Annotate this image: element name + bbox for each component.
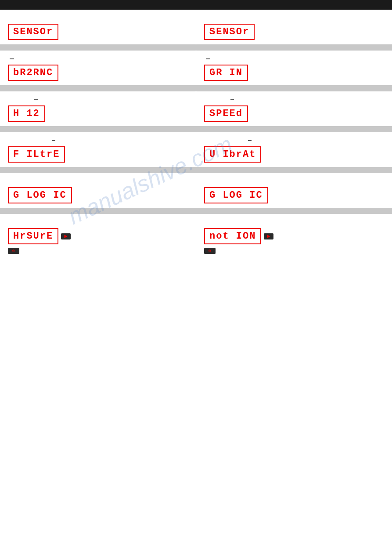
col-speed: SPEEd	[196, 91, 392, 126]
lcd-sensor-right[interactable]: SENSOr	[204, 24, 255, 40]
lcd-filter[interactable]: F ILtrE	[8, 146, 65, 163]
row-h12-speed: H 12 SPEEd	[0, 91, 392, 126]
col-glogic-right-label	[204, 178, 384, 185]
lcd-balance[interactable]: bR2RNC	[8, 65, 58, 81]
row-balance-gain: bR2RNC GR IN	[0, 51, 392, 85]
notion-icon-row: not ION	[204, 228, 384, 244]
page-content: SENSOr SENSOr bR2RNC GR IN H 12	[0, 10, 392, 259]
separator-1	[0, 44, 392, 51]
measure-icon-row: HrSUrE	[8, 228, 188, 244]
h12-dash	[34, 99, 38, 100]
col-sensor-left-label	[8, 15, 188, 21]
separator-3	[0, 126, 392, 132]
col-glogic-left: G LOG IC	[0, 173, 196, 208]
measure-triangle-icon[interactable]	[61, 233, 71, 239]
lcd-measure[interactable]: HrSUrE	[8, 228, 58, 244]
col-measure: HrSUrE	[0, 214, 196, 259]
col-sensor-right: SENSOr	[196, 10, 392, 44]
col-glogic-right: G LOG IC	[196, 173, 392, 208]
row-filter-vibrate: F ILtrE U IbrAt	[0, 132, 392, 167]
col-speed-label	[204, 97, 384, 103]
top-bar	[0, 0, 392, 10]
col-vibrate-label	[204, 138, 384, 144]
lcd-vibrate[interactable]: U IbrAt	[204, 146, 261, 163]
col-notion-label	[204, 219, 384, 225]
lcd-notion[interactable]: not ION	[204, 228, 261, 244]
col-glogic-left-label	[8, 178, 188, 185]
col-h12-label	[8, 97, 188, 103]
separator-5	[0, 208, 392, 214]
lcd-gain[interactable]: GR IN	[204, 65, 248, 81]
col-filter-label	[8, 138, 188, 144]
balance-dash	[10, 58, 14, 59]
filter-dash	[52, 140, 55, 141]
col-sensor-left: SENSOr	[0, 10, 196, 44]
measure-gear-icon[interactable]	[8, 248, 19, 254]
separator-4	[0, 167, 392, 173]
lcd-h12[interactable]: H 12	[8, 105, 45, 122]
col-vibrate: U IbrAt	[196, 132, 392, 167]
col-notion: not ION	[196, 214, 392, 259]
col-gain-label	[204, 56, 384, 62]
lcd-speed[interactable]: SPEEd	[204, 105, 248, 122]
notion-triangle-icon[interactable]	[264, 233, 273, 239]
row-glogic: G LOG IC G LOG IC	[0, 173, 392, 208]
lcd-glogic-left[interactable]: G LOG IC	[8, 187, 72, 203]
col-h12: H 12	[0, 91, 196, 126]
col-balance: bR2RNC	[0, 51, 196, 85]
row-measure-notion: HrSUrE not ION	[0, 214, 392, 259]
col-balance-label	[8, 56, 188, 62]
lcd-sensor-left[interactable]: SENSOr	[8, 24, 58, 40]
row-sensor: SENSOr SENSOr	[0, 10, 392, 44]
notion-gear-icon[interactable]	[204, 248, 216, 254]
col-sensor-right-label	[204, 15, 384, 21]
separator-2	[0, 85, 392, 91]
gain-dash	[206, 58, 210, 59]
col-gain: GR IN	[196, 51, 392, 85]
vibrate-dash	[248, 140, 252, 141]
col-filter: F ILtrE	[0, 132, 196, 167]
lcd-glogic-right[interactable]: G LOG IC	[204, 187, 268, 203]
speed-dash	[230, 99, 234, 100]
col-measure-label	[8, 219, 188, 225]
